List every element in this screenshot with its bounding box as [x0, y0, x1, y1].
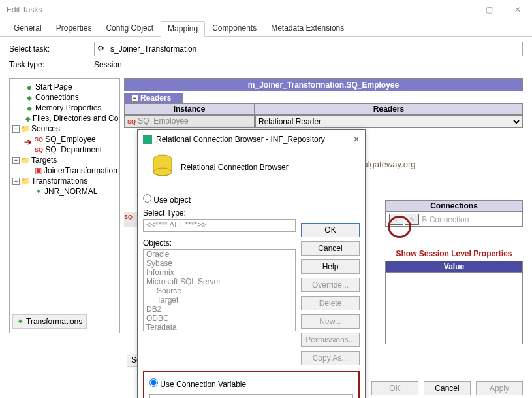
tree-connections[interactable]: Connections	[12, 92, 117, 103]
tree-jnr-normal[interactable]: JNR_NORMAL	[12, 186, 117, 197]
select-task-label: Select task:	[9, 44, 94, 54]
mapping-header: m_Joiner_Transformation.SQ_Employee	[124, 78, 523, 91]
list-item[interactable]: ODBC	[144, 314, 295, 323]
folder-icon	[22, 177, 29, 185]
folder-icon	[22, 156, 29, 164]
diamond-icon	[25, 93, 33, 101]
tab-config-object[interactable]: Config Object	[99, 20, 161, 36]
cancel-button[interactable]: Cancel	[424, 381, 471, 395]
sq-prefix-cell: SQ	[124, 212, 137, 227]
override-button[interactable]: Override...	[301, 278, 360, 292]
gear-icon: ⚙	[97, 44, 108, 54]
readers-section-label[interactable]: −Readers	[124, 93, 183, 103]
help-button[interactable]: Help	[301, 259, 360, 274]
down-arrow-icon[interactable]: ↓	[389, 214, 403, 225]
tree-sources[interactable]: −Sources	[12, 124, 117, 134]
select-type-dropdown[interactable]: <<**** ALL ****>>	[143, 219, 296, 232]
list-item[interactable]: Source	[144, 286, 295, 295]
use-object-radio[interactable]: Use object	[143, 194, 296, 205]
objects-list[interactable]: Oracle Sybase Informix Microsoft SQL Ser…	[143, 249, 296, 331]
use-conn-var-radio[interactable]: Use Connection Variable	[149, 378, 353, 389]
folder-icon	[22, 125, 29, 133]
connection-icon	[143, 135, 152, 144]
tab-general[interactable]: General	[7, 20, 49, 36]
main-tabs: General Properties Config Object Mapping…	[0, 20, 532, 37]
maximize-icon[interactable]: ▢	[475, 0, 503, 20]
dialog-title: Relational Connection Browser - INF_Repo…	[156, 135, 325, 144]
diamond-icon	[25, 114, 31, 122]
transform-icon	[17, 317, 23, 326]
list-item[interactable]: DB2	[144, 305, 295, 314]
connection-variable-input[interactable]	[149, 394, 353, 398]
permissions-button[interactable]: Permissions...	[301, 333, 360, 347]
sq-icon: SQ	[35, 136, 43, 142]
value-body	[385, 273, 523, 344]
apply-button[interactable]: Apply	[476, 381, 523, 395]
list-item[interactable]: Teradata	[144, 323, 295, 331]
close-icon[interactable]: ✕	[353, 135, 360, 144]
transform-icon	[35, 188, 42, 195]
close-icon[interactable]: ✕	[503, 0, 532, 20]
tab-components[interactable]: Components	[205, 20, 264, 36]
collapse-icon[interactable]: −	[131, 95, 138, 102]
footer-buttons: OK Cancel Apply	[371, 381, 523, 395]
tree-targets[interactable]: −Targets	[12, 155, 117, 165]
value-header: Value	[385, 261, 523, 273]
ok-button[interactable]: OK	[301, 223, 360, 237]
collapse-icon[interactable]: −	[12, 178, 20, 185]
readers-select[interactable]: Relational Reader	[255, 116, 522, 127]
select-type-label: Select Type:	[143, 208, 296, 218]
diamond-icon	[25, 104, 33, 112]
connections-header: Connections	[385, 200, 523, 212]
tab-mapping[interactable]: Mapping	[161, 21, 205, 37]
copy-as-button[interactable]: Copy As...	[301, 351, 360, 365]
tab-metadata-extensions[interactable]: Metadata Extensions	[264, 20, 351, 36]
tree-transformations[interactable]: −Transformations	[12, 176, 117, 186]
tree-files-dirs[interactable]: Files, Directories and Commands	[12, 113, 117, 124]
connection-cell[interactable]: ↓ ✎ B Connection	[385, 212, 523, 227]
list-item[interactable]: Target	[144, 295, 295, 305]
tab-properties[interactable]: Properties	[49, 20, 99, 36]
select-task-dropdown[interactable]: ⚙ s_Joiner_Transformation	[94, 42, 523, 56]
tree-start-page[interactable]: Start Page	[12, 82, 117, 92]
readers-cell[interactable]: Relational Reader	[255, 115, 523, 128]
tree-memory-props[interactable]: Memory Properties	[12, 103, 117, 113]
window-title: Edit Tasks	[7, 5, 42, 14]
title-bar: Edit Tasks — ▢ ✕	[0, 0, 532, 20]
collapse-icon[interactable]: −	[12, 157, 20, 164]
use-connection-variable-box: Use Connection Variable	[143, 371, 360, 398]
diamond-icon	[25, 83, 33, 91]
instance-cell: SQ SQ_Employee	[124, 115, 255, 128]
relational-connection-dialog: Relational Connection Browser - INF_Repo…	[137, 129, 366, 398]
list-item[interactable]: Informix	[144, 268, 295, 277]
delete-button[interactable]: Delete	[301, 296, 360, 310]
database-icon	[151, 154, 174, 181]
tree-panel: Start Page Connections Memory Properties…	[9, 78, 120, 333]
ok-button[interactable]: OK	[371, 381, 418, 395]
list-item[interactable]: Microsoft SQL Server	[144, 277, 295, 286]
target-icon	[35, 167, 42, 174]
sq-icon: SQ	[35, 146, 43, 153]
objects-label: Objects:	[143, 239, 296, 248]
dialog-subtitle: Relational Connection Browser	[181, 163, 289, 172]
tree-joiner-target[interactable]: JoinerTransformation	[12, 165, 117, 176]
col-readers-header: Readers	[255, 103, 523, 115]
cancel-button[interactable]: Cancel	[301, 241, 360, 256]
transformations-button[interactable]: Transformations	[12, 314, 87, 329]
list-item[interactable]: Sybase	[144, 259, 295, 268]
task-type-value: Session	[94, 60, 122, 69]
collapse-icon[interactable]: −	[12, 125, 20, 133]
edit-icon[interactable]: ✎	[405, 214, 419, 225]
marker-arrow-icon: ➔	[24, 137, 32, 147]
col-instance-header: Instance	[124, 103, 255, 115]
show-session-properties-link[interactable]: Show Session Level Properties	[385, 246, 523, 261]
task-type-label: Task type:	[9, 60, 94, 69]
minimize-icon[interactable]: —	[446, 0, 475, 20]
select-task-value: s_Joiner_Transformation	[110, 44, 196, 54]
new-button[interactable]: New...	[301, 314, 360, 329]
list-item[interactable]: Oracle	[144, 250, 295, 259]
